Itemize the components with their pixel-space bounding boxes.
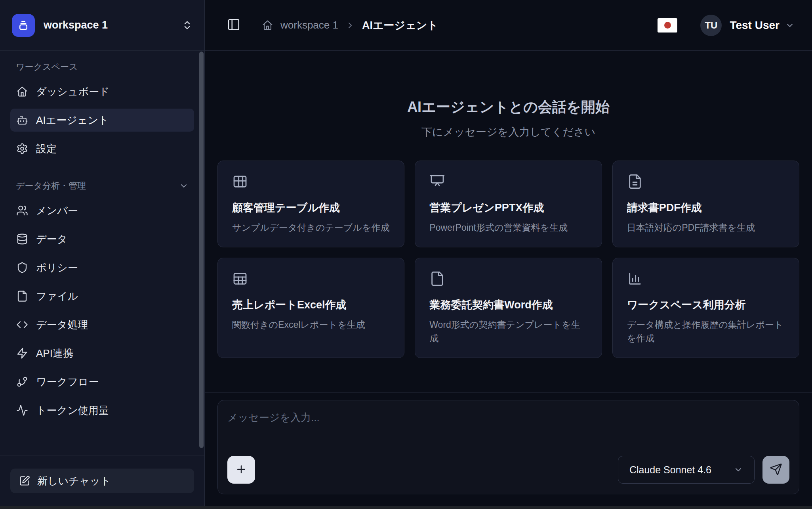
message-input-placeholder: メッセージを入力... [227, 411, 789, 425]
file-text-icon [627, 174, 785, 189]
nav-list-workspace: ダッシュボード AIエージェント 設定 [10, 80, 194, 160]
nav-section-data-management-text: データ分析・管理 [16, 180, 86, 192]
nav-section-workspace-label: ワークスペース [10, 60, 194, 74]
sidebar-item-settings[interactable]: 設定 [10, 137, 194, 160]
nav-list-data-management: メンバー データ ポリシー ファイル データ処理 [10, 199, 194, 422]
nav-section-workspace-text: ワークスペース [16, 61, 78, 73]
spreadsheet-icon [232, 271, 390, 287]
chat-empty-state: AIエージェントとの会話を開始 下にメッセージを入力してください 顧客管理テーブ… [205, 51, 812, 392]
card-description: 関数付きのExcelレポートを生成 [232, 318, 390, 331]
attach-button[interactable] [227, 456, 255, 484]
workspace-logo-icon [12, 14, 35, 37]
breadcrumb: workspace 1 AIエージェント [262, 18, 438, 33]
sidebar-item-api[interactable]: API連携 [10, 342, 194, 365]
composer-controls: Claude Sonnet 4.6 [227, 456, 789, 484]
sidebar-nav: ワークスペース ダッシュボード AIエージェント 設定 データ分析・管理 [0, 51, 204, 455]
sidebar-item-api-label: API連携 [36, 346, 73, 360]
new-chat-button[interactable]: 新しいチャット [10, 469, 194, 493]
suggestion-card-sales-excel[interactable]: 売上レポートExcel作成 関数付きのExcelレポートを生成 [217, 258, 404, 358]
sidebar-item-data[interactable]: データ [10, 228, 194, 251]
workspace-name: workspace 1 [44, 19, 108, 31]
card-title: 請求書PDF作成 [627, 201, 785, 215]
window-bottom-edge [0, 506, 812, 509]
card-description: データ構成と操作履歴の集計レポートを作成 [627, 318, 785, 345]
file-icon [16, 290, 28, 302]
panel-left-icon [227, 18, 240, 33]
model-selector-value: Claude Sonnet 4.6 [629, 464, 711, 476]
send-button[interactable] [762, 456, 789, 484]
sidebar-item-token-usage[interactable]: トークン使用量 [10, 399, 194, 422]
sidebar-scrollbar[interactable] [199, 52, 204, 448]
zap-icon [16, 347, 28, 359]
suggestion-card-usage-analysis[interactable]: ワークスペース利用分析 データ構成と操作履歴の集計レポートを作成 [612, 258, 799, 358]
sidebar-item-members[interactable]: メンバー [10, 199, 194, 222]
model-selector[interactable]: Claude Sonnet 4.6 [618, 456, 755, 484]
chevron-right-icon [345, 21, 355, 30]
user-avatar[interactable]: TU [700, 15, 722, 36]
workspace-switcher[interactable]: workspace 1 [0, 0, 204, 51]
workflow-icon [16, 376, 28, 388]
suggestion-card-sales-pptx[interactable]: 営業プレゼンPPTX作成 PowerPoint形式の営業資料を生成 [415, 161, 602, 247]
japan-flag-icon [664, 22, 671, 29]
new-chat-label: 新しいチャット [37, 474, 111, 488]
main-header: workspace 1 AIエージェント TU Test User [205, 0, 812, 51]
sidebar-item-files[interactable]: ファイル [10, 285, 194, 308]
suggestion-card-customer-table[interactable]: 顧客管理テーブル作成 サンプルデータ付きのテーブルを作成 [217, 161, 404, 247]
message-input[interactable]: メッセージを入力... Claude Sonnet 4.6 [217, 400, 799, 494]
breadcrumb-current-page: AIエージェント [362, 18, 438, 33]
user-name: Test User [730, 19, 780, 32]
code-icon [16, 319, 28, 331]
app-root: workspace 1 ワークスペース ダッシュボード AIエージェント [0, 0, 812, 506]
suggestion-card-contract-word[interactable]: 業務委託契約書Word作成 Word形式の契約書テンプレートを生成 [415, 258, 602, 358]
sidebar-item-data-processing[interactable]: データ処理 [10, 313, 194, 336]
sidebar-item-policy-label: ポリシー [36, 261, 78, 275]
card-description: サンプルデータ付きのテーブルを作成 [232, 221, 390, 234]
sidebar-item-ai-agent[interactable]: AIエージェント [10, 109, 194, 132]
sidebar-item-workflow[interactable]: ワークフロー [10, 370, 194, 393]
language-flag-button[interactable] [658, 18, 677, 33]
sidebar-item-ai-agent-label: AIエージェント [36, 113, 109, 127]
home-icon [16, 86, 28, 98]
main-area: workspace 1 AIエージェント TU Test User AIエージェ… [205, 0, 812, 506]
file-icon [429, 271, 587, 287]
sidebar-toggle-button[interactable] [227, 18, 240, 33]
card-description: 日本語対応のPDF請求書を生成 [627, 221, 785, 234]
card-title: ワークスペース利用分析 [627, 298, 785, 312]
users-icon [16, 205, 28, 216]
edit-icon [19, 475, 30, 486]
sidebar-item-token-usage-label: トークン使用量 [36, 404, 109, 417]
sidebar-item-data-label: データ [36, 232, 67, 246]
card-title: 業務委託契約書Word作成 [429, 298, 587, 312]
sidebar-item-members-label: メンバー [36, 204, 78, 218]
composer-section: メッセージを入力... Claude Sonnet 4.6 [205, 392, 812, 506]
chevrons-up-down-icon [182, 20, 193, 31]
send-icon [770, 463, 782, 477]
plus-icon [235, 463, 247, 476]
nav-section-data-management[interactable]: データ分析・管理 [10, 179, 194, 193]
breadcrumb-home-icon[interactable] [262, 19, 273, 31]
sidebar-item-policy[interactable]: ポリシー [10, 256, 194, 279]
chevron-down-icon [179, 181, 189, 191]
header-right: TU Test User [658, 15, 795, 36]
shield-icon [16, 262, 28, 274]
sidebar-item-dashboard-label: ダッシュボード [36, 85, 110, 99]
settings-icon [16, 143, 28, 155]
sidebar-item-dashboard[interactable]: ダッシュボード [10, 80, 194, 103]
sidebar-item-workflow-label: ワークフロー [36, 375, 99, 389]
page-subtitle: 下にメッセージを入力してください [421, 125, 596, 139]
sidebar-footer: 新しいチャット [0, 455, 204, 506]
user-menu-chevron-icon[interactable] [785, 21, 795, 30]
card-description: PowerPoint形式の営業資料を生成 [429, 221, 587, 234]
database-icon [16, 233, 28, 245]
card-description: Word形式の契約書テンプレートを生成 [429, 318, 587, 345]
card-title: 顧客管理テーブル作成 [232, 201, 390, 215]
chevron-down-icon [734, 465, 743, 475]
bar-chart-icon [627, 271, 785, 287]
breadcrumb-workspace[interactable]: workspace 1 [280, 19, 338, 31]
suggestion-card-invoice-pdf[interactable]: 請求書PDF作成 日本語対応のPDF請求書を生成 [612, 161, 799, 247]
activity-icon [16, 404, 28, 416]
page-title: AIエージェントとの会話を開始 [407, 98, 610, 117]
presentation-icon [429, 174, 587, 189]
bot-icon [16, 114, 28, 126]
sidebar-item-files-label: ファイル [36, 289, 78, 303]
